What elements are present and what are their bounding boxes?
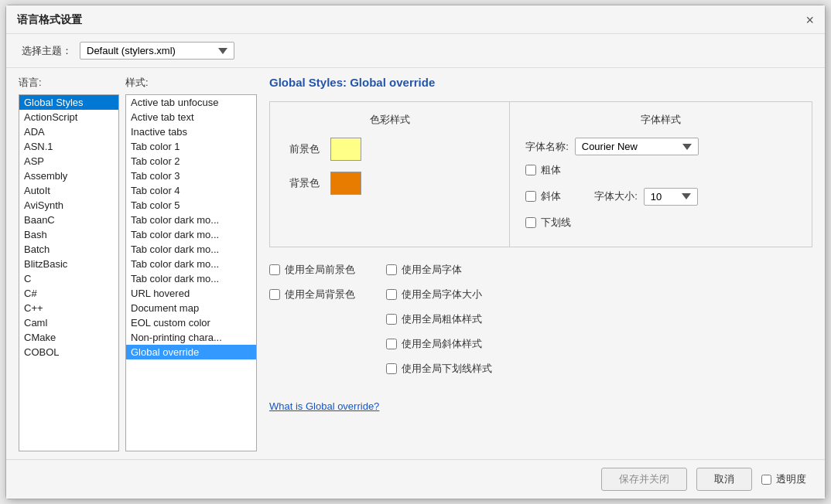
use-global-bold-label: 使用全局粗体样式 xyxy=(402,312,482,326)
style-list-section: 样式: Active tab unfocuse Active tab text … xyxy=(125,76,257,451)
list-item[interactable]: Caml xyxy=(19,315,118,330)
transparency-checkbox[interactable] xyxy=(761,475,771,485)
list-item[interactable]: Tab color dark mo... xyxy=(126,257,256,271)
italic-checkbox[interactable] xyxy=(525,191,536,202)
use-global-bold-row: 使用全局粗体样式 xyxy=(386,312,492,326)
global-options-row: 使用全局前景色 使用全局背景色 使用全局字体 使用全局字体大小 xyxy=(269,257,812,388)
list-item[interactable]: Non-printing chara... xyxy=(126,330,256,345)
list-item[interactable]: Global Styles xyxy=(19,95,118,110)
bold-checkbox-row: 粗体 xyxy=(525,163,571,177)
cancel-button[interactable]: 取消 xyxy=(696,468,752,491)
use-global-underline-label: 使用全局下划线样式 xyxy=(402,362,492,376)
list-item[interactable]: Inactive tabs xyxy=(126,124,256,139)
use-global-font-checkbox[interactable] xyxy=(386,264,397,275)
list-item[interactable]: Tab color 5 xyxy=(126,198,256,213)
underline-label: 下划线 xyxy=(541,216,571,230)
close-button[interactable]: × xyxy=(805,13,814,27)
use-global-bold-checkbox[interactable] xyxy=(386,314,397,325)
list-item[interactable]: BlitzBasic xyxy=(19,257,118,271)
list-item[interactable]: Tab color dark mo... xyxy=(126,271,256,286)
use-global-fg-row: 使用全局前景色 xyxy=(269,263,355,277)
list-item[interactable]: Tab color 3 xyxy=(126,169,256,183)
use-global-underline-checkbox[interactable] xyxy=(386,363,397,374)
font-size-row: 字体大小: 10 xyxy=(594,163,698,230)
lang-list-label: 语言: xyxy=(19,76,119,91)
list-item[interactable]: Batch xyxy=(19,242,118,257)
list-item[interactable]: Tab color dark mo... xyxy=(126,213,256,227)
use-global-bg-label: 使用全局背景色 xyxy=(285,288,355,301)
use-global-bg-checkbox[interactable] xyxy=(269,289,280,300)
global-col-left: 使用全局前景色 使用全局背景色 xyxy=(269,263,355,382)
fg-color-label: 前景色 xyxy=(286,142,320,156)
font-name-label: 字体名称: xyxy=(525,140,569,154)
list-item[interactable]: C xyxy=(19,271,118,286)
list-item[interactable]: AutoIt xyxy=(19,183,118,198)
list-item[interactable]: Active tab text xyxy=(126,110,256,124)
use-global-italic-label: 使用全局斜体样式 xyxy=(402,337,482,351)
section-title: Global Styles: Global override xyxy=(269,76,812,89)
list-item[interactable]: URL hovered xyxy=(126,286,256,301)
list-item-selected[interactable]: Global override xyxy=(126,345,256,359)
font-name-select[interactable]: Courier New xyxy=(575,138,699,155)
underline-checkbox[interactable] xyxy=(525,217,536,228)
list-item[interactable]: C# xyxy=(19,286,118,301)
list-item[interactable]: Assembly xyxy=(19,169,118,183)
use-global-fg-label: 使用全局前景色 xyxy=(285,263,355,277)
list-item[interactable]: Bash xyxy=(19,227,118,242)
font-size-select[interactable]: 10 xyxy=(644,188,698,206)
style-list-box[interactable]: Active tab unfocuse Active tab text Inac… xyxy=(125,94,257,451)
list-item[interactable]: Tab color dark mo... xyxy=(126,242,256,257)
fg-color-row: 前景色 xyxy=(286,138,494,161)
list-item[interactable]: Tab color 4 xyxy=(126,183,256,198)
use-global-fg-checkbox[interactable] xyxy=(269,264,280,275)
list-item[interactable]: Tab color 1 xyxy=(126,139,256,154)
color-section: 色彩样式 前景色 背景色 xyxy=(270,102,510,247)
override-link[interactable]: What is Global override? xyxy=(269,400,379,412)
list-item[interactable]: Document map xyxy=(126,301,256,315)
save-button[interactable]: 保存并关闭 xyxy=(601,468,687,491)
dialog: 语言格式设置 × 选择主题： Default (stylers.xml) 语言:… xyxy=(5,5,826,499)
bottom-bar: 保存并关闭 取消 透明度 xyxy=(6,459,825,499)
font-size-label: 字体大小: xyxy=(594,189,638,203)
fg-color-swatch[interactable] xyxy=(330,138,361,161)
use-global-fontsize-checkbox[interactable] xyxy=(386,289,397,300)
bg-color-swatch[interactable] xyxy=(330,172,361,195)
font-size-area: 字体大小: 10 xyxy=(594,163,698,236)
right-panel: Global Styles: Global override 色彩样式 前景色 … xyxy=(269,76,812,451)
list-item[interactable]: ASN.1 xyxy=(19,139,118,154)
bold-checkbox[interactable] xyxy=(525,165,536,175)
list-item[interactable]: ASP xyxy=(19,154,118,169)
list-item[interactable]: ADA xyxy=(19,124,118,139)
font-name-row: 字体名称: Courier New xyxy=(525,138,796,155)
use-global-fontsize-label: 使用全局字体大小 xyxy=(402,288,482,301)
theme-label: 选择主题： xyxy=(22,44,72,58)
list-item[interactable]: BaanC xyxy=(19,213,118,227)
list-item[interactable]: C++ xyxy=(19,301,118,315)
list-item[interactable]: CMake xyxy=(19,330,118,345)
list-item[interactable]: EOL custom color xyxy=(126,315,256,330)
link-row: What is Global override? xyxy=(269,397,812,418)
use-global-font-row: 使用全局字体 xyxy=(386,263,492,277)
bold-label: 粗体 xyxy=(541,163,561,177)
list-item[interactable]: Tab color 2 xyxy=(126,154,256,169)
use-global-italic-row: 使用全局斜体样式 xyxy=(386,337,492,351)
lang-list-box[interactable]: Global Styles ActionScript ADA ASN.1 ASP… xyxy=(19,94,119,451)
list-item[interactable]: ActionScript xyxy=(19,110,118,124)
dialog-title: 语言格式设置 xyxy=(17,13,82,27)
use-global-underline-row: 使用全局下划线样式 xyxy=(386,362,492,376)
list-item[interactable]: COBOL xyxy=(19,345,118,359)
list-item[interactable]: Tab color dark mo... xyxy=(126,227,256,242)
use-global-italic-checkbox[interactable] xyxy=(386,339,397,349)
bg-color-label: 背景色 xyxy=(286,176,320,190)
use-global-bg-row: 使用全局背景色 xyxy=(269,288,355,301)
style-list-label: 样式: xyxy=(125,76,257,91)
list-item[interactable]: AviSynth xyxy=(19,198,118,213)
italic-label: 斜体 xyxy=(541,189,561,203)
color-section-title: 色彩样式 xyxy=(286,113,494,127)
font-section: 字体样式 字体名称: Courier New 粗体 xyxy=(510,102,812,247)
theme-select[interactable]: Default (stylers.xml) xyxy=(80,42,234,60)
transparency-label: 透明度 xyxy=(776,472,806,486)
italic-checkbox-row: 斜体 xyxy=(525,189,571,203)
font-checkboxes-left: 粗体 斜体 下划线 xyxy=(525,163,571,236)
list-item[interactable]: Active tab unfocuse xyxy=(126,95,256,110)
